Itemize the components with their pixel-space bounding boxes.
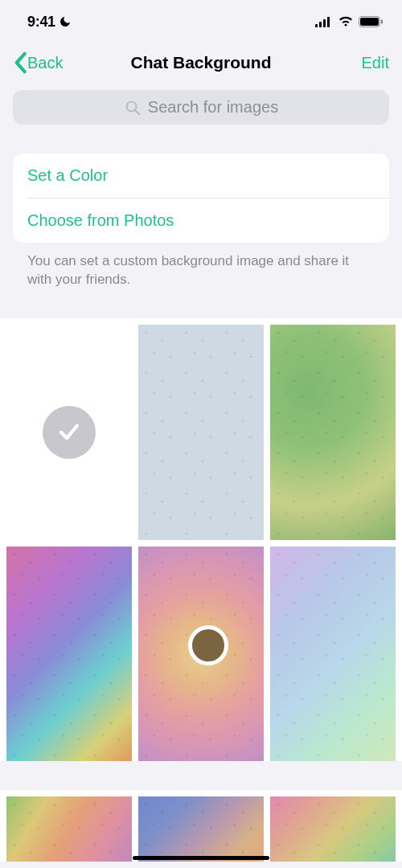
dot-indicator-icon — [188, 625, 228, 665]
signal-icon — [315, 16, 333, 27]
home-indicator[interactable] — [133, 856, 269, 860]
selected-check-icon — [43, 406, 96, 459]
back-button[interactable]: Back — [13, 51, 63, 74]
background-tile-blueorange[interactable] — [138, 796, 264, 862]
status-time: 9:41 — [27, 14, 55, 31]
page-title: Chat Background — [130, 53, 271, 72]
background-tile-rainbow2[interactable] — [6, 796, 132, 862]
search-icon — [124, 99, 142, 117]
svg-rect-1 — [319, 22, 322, 27]
status-left: 9:41 — [27, 14, 72, 31]
search-input[interactable]: Search for images — [13, 90, 389, 125]
background-grid — [0, 318, 402, 761]
search-placeholder: Search for images — [148, 98, 278, 117]
options-card: Set a Color Choose from Photos — [13, 154, 389, 243]
wifi-icon — [338, 16, 354, 27]
svg-rect-2 — [323, 19, 326, 27]
background-tile-lightblue[interactable] — [138, 325, 264, 540]
svg-rect-3 — [327, 17, 330, 27]
choose-photos-button[interactable]: Choose from Photos — [13, 199, 389, 243]
background-tile-orange[interactable] — [138, 547, 264, 762]
set-color-button[interactable]: Set a Color — [13, 154, 389, 198]
back-label: Back — [27, 54, 63, 72]
background-tile-green[interactable] — [270, 325, 396, 540]
status-bar: 9:41 — [0, 0, 402, 39]
background-tile-pastel[interactable] — [270, 547, 396, 762]
background-tile-white[interactable] — [6, 325, 132, 540]
svg-rect-5 — [360, 18, 379, 26]
background-tile-pinkgreen[interactable] — [270, 796, 396, 862]
edit-button[interactable]: Edit — [362, 54, 389, 72]
chevron-left-icon — [13, 51, 27, 74]
helper-text: You can set a custom background image an… — [27, 252, 375, 289]
svg-point-7 — [127, 101, 137, 111]
background-grid-row3 — [0, 790, 402, 862]
moon-icon — [59, 15, 72, 28]
nav-bar: Back Chat Background Edit — [0, 39, 402, 87]
svg-rect-0 — [315, 24, 318, 27]
svg-line-8 — [136, 110, 140, 114]
svg-rect-6 — [381, 20, 383, 24]
status-right — [315, 16, 383, 27]
background-tile-rainbow1[interactable] — [6, 547, 132, 762]
battery-icon — [359, 16, 383, 27]
